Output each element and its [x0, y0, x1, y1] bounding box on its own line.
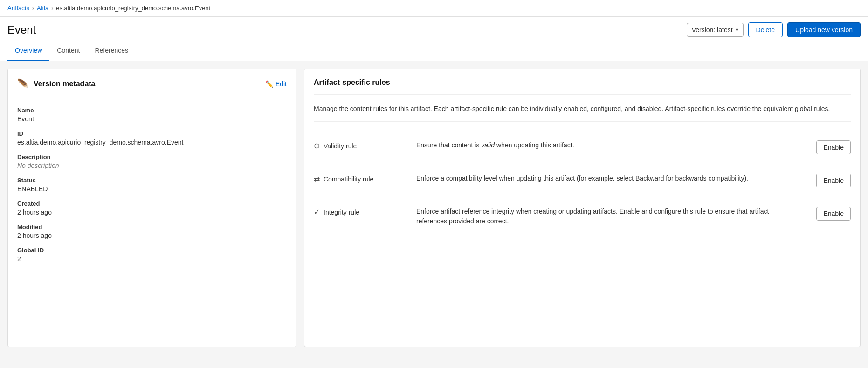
- validity-desc-prefix: Ensure that content is: [416, 141, 481, 149]
- artifact-rules-panel: Artifact-specific rules Manage the conte…: [304, 69, 861, 347]
- meta-name-label: Name: [17, 107, 287, 114]
- main-content: 🪶 Version metadata ✏️ Edit Name Event ID…: [0, 61, 868, 354]
- validity-rule-action: Enable: [804, 140, 851, 154]
- compatibility-rule-name: Compatibility rule: [324, 175, 373, 183]
- integrity-rule-name: Integrity rule: [324, 208, 359, 216]
- meta-status-value: ENABLED: [17, 185, 287, 193]
- validity-rule-row: ⊙ Validity rule Ensure that content is v…: [314, 131, 851, 164]
- header-actions: Version: latest ▾ Delete Upload new vers…: [687, 22, 861, 37]
- meta-id-value: es.altia.demo.apicurio_registry_demo.sch…: [17, 139, 287, 146]
- version-metadata-header: 🪶 Version metadata ✏️ Edit: [17, 78, 287, 97]
- version-label: Version: latest: [692, 26, 733, 34]
- meta-status: Status ENABLED: [17, 177, 287, 193]
- compatibility-rule-row: ⇄ Compatibility rule Enforce a compatibi…: [314, 164, 851, 197]
- chevron-down-icon: ▾: [736, 27, 738, 33]
- validity-enable-button[interactable]: Enable: [816, 140, 851, 154]
- artifact-rules-title: Artifact-specific rules: [314, 78, 390, 87]
- rules-description: Manage the content rules for this artifa…: [314, 104, 851, 122]
- artifact-rules-header: Artifact-specific rules: [314, 78, 851, 95]
- meta-description-value: No description: [17, 162, 287, 169]
- breadcrumb-sep-2: ›: [51, 5, 53, 12]
- meta-modified-value: 2 hours ago: [17, 232, 287, 239]
- validity-rule-description: Ensure that content is valid when updati…: [416, 140, 804, 150]
- edit-label: Edit: [276, 80, 287, 88]
- compatibility-rule-description: Enforce a compatibility level when updat…: [416, 174, 804, 183]
- breadcrumb-sep-1: ›: [32, 5, 34, 12]
- tab-references[interactable]: References: [87, 41, 136, 61]
- version-metadata-icon: 🪶: [17, 78, 29, 90]
- validity-rule-icon: ⊙: [314, 141, 320, 150]
- breadcrumb-current: es.altia.demo.apicurio_registry_demo.sch…: [56, 5, 210, 12]
- version-metadata-panel: 🪶 Version metadata ✏️ Edit Name Event ID…: [7, 69, 296, 347]
- upload-new-version-button[interactable]: Upload new version: [787, 22, 861, 37]
- meta-status-label: Status: [17, 177, 287, 184]
- integrity-rule-action: Enable: [804, 207, 851, 221]
- breadcrumb: Artifacts › Altia › es.altia.demo.apicur…: [0, 0, 868, 17]
- compatibility-rule-label-group: ⇄ Compatibility rule: [314, 174, 416, 183]
- delete-button[interactable]: Delete: [748, 22, 783, 37]
- meta-description: Description No description: [17, 153, 287, 169]
- meta-modified-label: Modified: [17, 223, 287, 230]
- integrity-rule-row: ✓ Integrity rule Enforce artifact refere…: [314, 197, 851, 236]
- integrity-enable-button[interactable]: Enable: [816, 207, 851, 221]
- meta-name: Name Event: [17, 107, 287, 123]
- integrity-rule-label-group: ✓ Integrity rule: [314, 207, 416, 216]
- validity-desc-suffix: when updating this artifact.: [495, 141, 574, 149]
- compatibility-enable-button[interactable]: Enable: [816, 174, 851, 187]
- meta-global-id-label: Global ID: [17, 247, 287, 254]
- compatibility-rule-icon: ⇄: [314, 174, 320, 183]
- meta-id-label: ID: [17, 130, 287, 137]
- integrity-rule-description: Enforce artifact reference integrity whe…: [416, 207, 804, 226]
- tabs-bar: Overview Content References: [0, 41, 868, 61]
- meta-created: Created 2 hours ago: [17, 200, 287, 216]
- meta-global-id: Global ID 2: [17, 247, 287, 263]
- edit-button[interactable]: ✏️ Edit: [265, 80, 287, 88]
- meta-created-value: 2 hours ago: [17, 208, 287, 216]
- tab-overview[interactable]: Overview: [7, 41, 49, 61]
- compatibility-rule-action: Enable: [804, 174, 851, 187]
- meta-global-id-value: 2: [17, 255, 287, 263]
- meta-description-label: Description: [17, 153, 287, 160]
- validity-desc-italic: valid: [481, 141, 495, 149]
- meta-modified: Modified 2 hours ago: [17, 223, 287, 239]
- validity-rule-name: Validity rule: [324, 142, 357, 150]
- panel-header-left: 🪶 Version metadata: [17, 78, 96, 90]
- validity-rule-label-group: ⊙ Validity rule: [314, 140, 416, 150]
- tab-content[interactable]: Content: [49, 41, 87, 61]
- breadcrumb-artifacts[interactable]: Artifacts: [7, 5, 29, 12]
- integrity-rule-icon: ✓: [314, 208, 320, 216]
- pencil-icon: ✏️: [265, 80, 273, 88]
- version-selector[interactable]: Version: latest ▾: [687, 23, 744, 37]
- meta-name-value: Event: [17, 115, 287, 123]
- page-title: Event: [7, 23, 36, 36]
- breadcrumb-altia[interactable]: Altia: [37, 5, 48, 12]
- meta-id: ID es.altia.demo.apicurio_registry_demo.…: [17, 130, 287, 146]
- meta-created-label: Created: [17, 200, 287, 207]
- page-header: Event Version: latest ▾ Delete Upload ne…: [0, 17, 868, 41]
- version-metadata-title: Version metadata: [34, 80, 96, 88]
